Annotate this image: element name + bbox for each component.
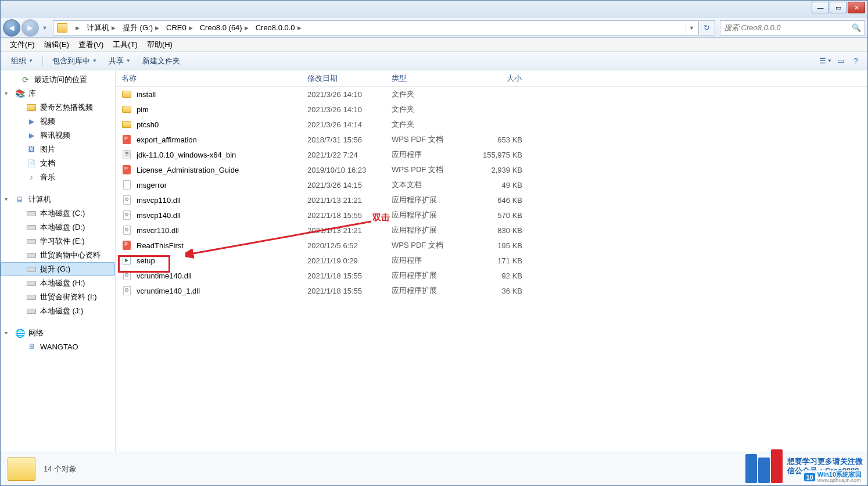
nav-library-item[interactable]: 爱奇艺热播视频 — [1, 101, 115, 115]
maximize-icon: ▭ — [835, 5, 841, 11]
file-row[interactable]: License_Administration_Guide 2019/10/10 … — [116, 162, 867, 177]
dll-icon — [121, 195, 132, 205]
nav-network[interactable]: ▸🌐网络 — [1, 326, 115, 340]
file-row[interactable]: vcruntime140.dll 2021/1/18 15:55 应用程序扩展 … — [116, 268, 867, 283]
breadcrumb-item[interactable]: Creo8.0.0.0▶ — [252, 21, 305, 35]
drive-icon — [26, 265, 37, 274]
navigation-pane[interactable]: ⟳最近访问的位置 ▸📚库 爱奇艺热播视频▶视频▶腾讯视频🖼图片📄文档♪音乐 ▸🖥… — [1, 70, 116, 452]
column-name[interactable]: 名称 — [116, 73, 302, 84]
breadcrumb-item[interactable]: 提升 (G:)▶ — [119, 21, 163, 35]
refresh-button[interactable]: ↻ — [699, 20, 715, 35]
preview-pane-button[interactable]: ▭ — [834, 55, 848, 67]
column-size[interactable]: 大小 — [470, 73, 528, 84]
watermark-badge: 10 Win10系统家园 www.qdhuajin.com — [802, 470, 864, 484]
menu-edit[interactable]: 编辑(E) — [40, 38, 74, 52]
nav-drive-item[interactable]: 本地磁盘 (J:) — [1, 304, 115, 318]
breadcrumb-root[interactable]: ▶ — [70, 21, 83, 35]
file-size-cell: 155,975 KB — [470, 151, 528, 159]
file-row[interactable]: ReadThisFirst 2020/12/5 6:52 WPS PDF 文档 … — [116, 238, 867, 253]
file-name-cell: License_Administration_Guide — [116, 165, 302, 174]
file-date-cell: 2021/1/13 21:21 — [302, 196, 386, 205]
nav-recent[interactable]: ⟳最近访问的位置 — [1, 73, 115, 87]
menu-file[interactable]: 文件(F) — [5, 38, 40, 52]
back-button[interactable]: ◄ — [3, 19, 20, 37]
file-row[interactable]: msvcp110.dll 2021/1/13 21:21 应用程序扩展 646 … — [116, 192, 867, 208]
organize-button[interactable]: 组织▼ — [5, 53, 39, 69]
file-row[interactable]: msvcr110.dll 2021/1/13 21:21 应用程序扩展 830 … — [116, 223, 867, 238]
file-type-cell: 文件夹 — [386, 104, 470, 115]
nav-network-item[interactable]: 🖥WANGTAO — [1, 340, 115, 353]
file-date-cell: 2018/7/31 15:56 — [302, 135, 386, 144]
file-row[interactable]: vcruntime140_1.dll 2021/1/18 15:55 应用程序扩… — [116, 283, 867, 298]
breadcrumb-item[interactable]: CRE0▶ — [163, 21, 196, 35]
file-type-cell: 应用程序扩展 — [386, 195, 470, 205]
nav-library-item[interactable]: ▶腾讯视频 — [1, 128, 115, 142]
column-type[interactable]: 类型 — [386, 73, 470, 84]
file-list-area[interactable]: 名称 修改日期 类型 大小 install 2021/3/26 14:10 文件… — [116, 70, 867, 452]
file-type-cell: 文件夹 — [386, 119, 470, 130]
nav-drive-item[interactable]: 世贸购物中心资料 — [1, 248, 115, 262]
file-row[interactable]: install 2021/3/26 14:10 文件夹 — [116, 87, 867, 102]
file-date-cell: 2021/3/26 14:10 — [302, 105, 386, 114]
help-button[interactable]: ? — [849, 55, 863, 67]
nav-drive-item[interactable]: 本地磁盘 (D:) — [1, 220, 115, 234]
nav-drive-item[interactable]: 学习软件 (E:) — [1, 234, 115, 248]
lib-item-icon: ▶ — [26, 117, 37, 126]
dll-icon — [121, 226, 132, 235]
menu-help[interactable]: 帮助(H) — [142, 38, 177, 52]
file-row[interactable]: jdk-11.0.10_windows-x64_bin 2021/1/22 7:… — [116, 147, 867, 162]
menu-view[interactable]: 查看(V) — [74, 38, 108, 52]
drive-icon — [26, 209, 37, 218]
menu-tools[interactable]: 工具(T) — [108, 38, 142, 52]
search-icon[interactable]: 🔍 — [852, 23, 861, 32]
nav-libraries[interactable]: ▸📚库 — [1, 87, 115, 101]
file-name: ReadThisFirst — [137, 241, 184, 250]
new-folder-button[interactable]: 新建文件夹 — [137, 53, 186, 69]
view-options-button[interactable]: ☰▼ — [819, 55, 833, 67]
breadcrumb-item[interactable]: 计算机▶ — [83, 21, 119, 35]
file-row[interactable]: pim 2021/3/26 14:10 文件夹 — [116, 102, 867, 117]
address-bar[interactable]: ▶ 计算机▶ 提升 (G:)▶ CRE0▶ Creo8.0 (64)▶ Creo… — [53, 20, 699, 35]
file-size-cell: 2,939 KB — [470, 166, 528, 174]
file-row[interactable]: setup 2021/1/19 0:29 应用程序 171 KB — [116, 253, 867, 268]
lib-item-icon: ▶ — [26, 131, 37, 140]
search-input[interactable] — [724, 23, 852, 32]
nav-computer[interactable]: ▸🖥计算机 — [1, 192, 115, 206]
breadcrumb-item[interactable]: Creo8.0 (64)▶ — [196, 21, 252, 35]
nav-drive-item[interactable]: 本地磁盘 (C:) — [1, 206, 115, 220]
dll-icon — [121, 271, 132, 280]
file-name: setup — [137, 256, 155, 265]
file-row[interactable]: msgerror 2021/3/26 14:15 文本文档 49 KB — [116, 177, 867, 192]
nav-library-item[interactable]: 🖼图片 — [1, 142, 115, 156]
nav-library-item[interactable]: 📄文档 — [1, 156, 115, 170]
column-date[interactable]: 修改日期 — [302, 73, 386, 84]
nav-library-item[interactable]: ♪音乐 — [1, 170, 115, 184]
nav-library-item[interactable]: ▶视频 — [1, 115, 115, 128]
main-area: ⟳最近访问的位置 ▸📚库 爱奇艺热播视频▶视频▶腾讯视频🖼图片📄文档♪音乐 ▸🖥… — [1, 70, 867, 452]
file-row[interactable]: export_affirmation 2018/7/31 15:56 WPS P… — [116, 132, 867, 147]
nav-drive-item[interactable]: 本地磁盘 (H:) — [1, 276, 115, 290]
file-type-cell: 应用程序扩展 — [386, 285, 470, 296]
share-button[interactable]: 共享▼ — [103, 53, 137, 69]
forward-button[interactable]: ► — [21, 19, 39, 37]
close-button[interactable]: ✕ — [848, 2, 865, 13]
search-box[interactable]: 🔍 — [720, 20, 865, 35]
file-row[interactable]: ptcsh0 2021/3/26 14:14 文件夹 — [116, 117, 867, 132]
maximize-button[interactable]: ▭ — [830, 2, 847, 13]
file-name: msvcp140.dll — [137, 211, 181, 220]
lib-item-icon: 📄 — [26, 159, 37, 168]
nav-drive-item[interactable]: 世贸金街资料 (I:) — [1, 290, 115, 304]
file-type-cell: 应用程序 — [386, 255, 470, 266]
nav-drive-item[interactable]: 提升 (G:) — [1, 262, 115, 276]
history-dropdown[interactable]: ▼ — [40, 22, 49, 34]
nav-label: 本地磁盘 (J:) — [40, 306, 83, 316]
file-type-cell: 文本文档 — [386, 180, 470, 190]
minimize-button[interactable]: — — [812, 2, 829, 13]
address-dropdown[interactable]: ▼ — [686, 21, 697, 35]
include-library-button[interactable]: 包含到库中▼ — [46, 53, 103, 69]
file-row[interactable]: msvcp140.dll 2021/1/18 15:55 应用程序扩展 570 … — [116, 208, 867, 223]
nav-label: 本地磁盘 (C:) — [40, 208, 85, 219]
share-label: 共享 — [109, 56, 124, 66]
nav-label: 本地磁盘 (H:) — [40, 278, 85, 288]
file-type-cell: WPS PDF 文档 — [386, 165, 470, 175]
